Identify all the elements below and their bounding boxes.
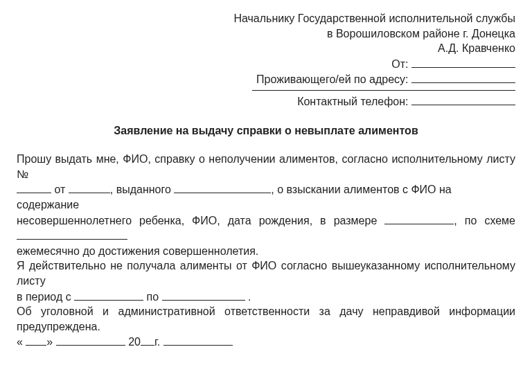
- amount-blank[interactable]: [384, 213, 454, 224]
- address-blank[interactable]: [411, 71, 515, 83]
- scheme-blank[interactable]: [17, 228, 127, 240]
- addressee-line-3: А.Д. Кравченко: [17, 41, 515, 56]
- from-blank[interactable]: [411, 56, 515, 68]
- phone-line: Контактный телефон:: [17, 93, 515, 109]
- address-label: Проживающего/ей по адресу:: [256, 73, 408, 85]
- body-line-9: Об уголовной и административной ответств…: [17, 304, 515, 319]
- address-line: Проживающего/ей по адресу:: [17, 71, 515, 87]
- body-line-7: Я действительно не получала алименты от …: [17, 258, 515, 288]
- body-line-1: Прошу выдать мне, ФИО, справку о неполуч…: [17, 152, 515, 181]
- body-ot: от: [54, 184, 65, 195]
- period-from-blank[interactable]: [74, 289, 143, 301]
- year-blank[interactable]: [141, 334, 154, 346]
- from-label: От:: [391, 58, 408, 70]
- period-from-label: в период с: [17, 291, 71, 303]
- period-dot: .: [248, 291, 251, 303]
- date-signature-line: « » 20г.: [17, 334, 515, 350]
- addressee-line-2: в Ворошиловском районе г. Донецка: [17, 26, 515, 42]
- phone-blank[interactable]: [411, 93, 515, 105]
- body-issued: , выданного: [110, 184, 171, 195]
- document-body: Прошу выдать мне, ФИО, справку о неполуч…: [17, 152, 515, 350]
- body-line-3: от , выданного , о взыскании алиментов с…: [17, 181, 515, 212]
- body-line-8: в период с по .: [17, 289, 515, 305]
- document-page: Начальнику Государственной исполнительно…: [0, 0, 532, 392]
- body-child: несовершеннолетнего ребенка, ФИО, дата р…: [17, 215, 377, 226]
- from-line: От:: [17, 56, 515, 72]
- body-line-5: [17, 228, 515, 244]
- writ-date-blank[interactable]: [69, 181, 110, 193]
- addressee-line-1: Начальнику Государственной исполнительно…: [17, 11, 515, 26]
- writ-number-blank[interactable]: [17, 181, 51, 193]
- date-day-blank[interactable]: [26, 334, 46, 346]
- body-line-10: предупреждена.: [17, 319, 515, 335]
- year-suffix: г.: [154, 336, 160, 348]
- document-title: Заявление на выдачу справки о невыплате …: [17, 123, 515, 139]
- issuer-blank[interactable]: [174, 181, 271, 193]
- year-prefix: 20: [128, 336, 141, 348]
- date-close-quote: »: [46, 336, 53, 348]
- phone-label: Контактный телефон:: [297, 96, 408, 107]
- date-month-blank[interactable]: [56, 334, 125, 346]
- addressee-block: Начальнику Государственной исполнительно…: [17, 11, 515, 109]
- body-line-4: несовершеннолетнего ребенка, ФИО, дата р…: [17, 213, 515, 229]
- body-line-6: ежемесячно до достижения совершеннолетия…: [17, 244, 515, 259]
- signature-blank[interactable]: [163, 334, 233, 346]
- period-to-label: по: [147, 291, 159, 303]
- date-open-quote: «: [17, 336, 23, 348]
- period-to-blank[interactable]: [162, 289, 245, 301]
- body-scheme: , по схеме: [454, 215, 515, 226]
- header-divider: [252, 90, 515, 91]
